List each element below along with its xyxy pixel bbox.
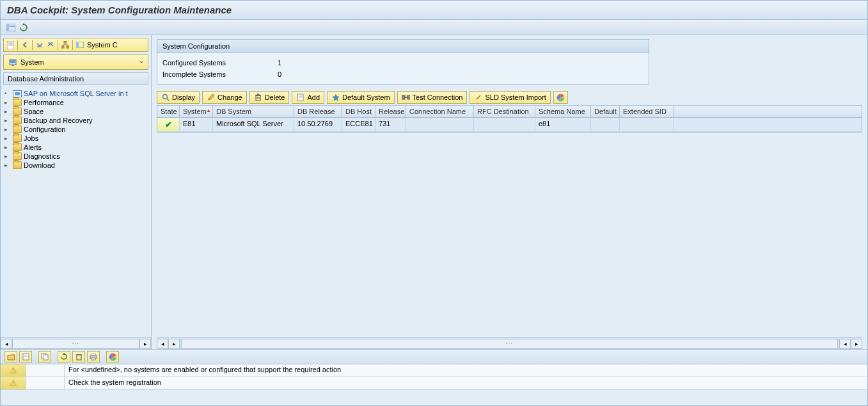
layout-icon[interactable] [6, 22, 16, 33]
col-schema-name[interactable]: Schema Name [535, 106, 591, 117]
layout-small-icon[interactable] [75, 40, 85, 50]
folder-icon [13, 126, 22, 133]
col-db-host[interactable]: DB Host [342, 106, 375, 117]
scroll-left-button[interactable]: ◂ [157, 339, 168, 349]
col-release[interactable]: Release [375, 106, 406, 117]
scroll-left-button[interactable]: ◂ [1, 339, 12, 349]
sidebar: System C System Database Administration … [1, 35, 152, 349]
star-icon [331, 93, 340, 102]
col-db-release[interactable]: DB Release [294, 106, 342, 117]
collapse-up-icon[interactable] [45, 40, 56, 50]
delete-button[interactable]: Delete [249, 91, 290, 104]
tree-item-configuration[interactable]: ▸ Configuration [3, 125, 148, 134]
sidebar-system-dropdown[interactable]: System [3, 54, 148, 70]
config-label: Configured Systems [162, 59, 278, 67]
color-legend-button[interactable] [553, 91, 568, 104]
scroll-left-inner-button[interactable]: ◂ [839, 339, 851, 349]
svg-rect-48 [91, 358, 95, 360]
button-label: Test Connection [413, 93, 463, 101]
col-state[interactable]: State [157, 106, 180, 117]
hierarchy-icon[interactable] [60, 40, 70, 50]
message-grid: ⚠ For <undefined>, no systems are enable… [1, 364, 867, 390]
col-system[interactable]: System▲ [180, 106, 213, 117]
svg-rect-1 [6, 24, 9, 31]
scroll-track[interactable] [12, 339, 139, 349]
button-label: Default System [342, 93, 390, 101]
msg-open-button[interactable] [4, 351, 17, 362]
msg-refresh-button[interactable] [58, 351, 70, 362]
col-rfc-destination[interactable]: RFC Destination [474, 106, 535, 117]
cell-default [591, 118, 620, 131]
config-value: 0 [278, 70, 303, 78]
col-db-system[interactable]: DB System [213, 106, 294, 117]
scroll-track[interactable] [181, 339, 838, 349]
msg-copy-button[interactable] [38, 351, 51, 362]
add-button[interactable]: Add [292, 91, 324, 104]
scroll-right-inner-button[interactable]: ▸ [168, 339, 180, 349]
prev-icon[interactable] [20, 40, 30, 50]
sidebar-tab-label[interactable]: System C [86, 41, 118, 49]
message-area: ⚠ For <undefined>, no systems are enable… [1, 349, 867, 390]
tree-item-download[interactable]: ▸ Download [3, 161, 148, 170]
tree-item-label: Configuration [24, 126, 65, 133]
folder-icon [13, 143, 22, 151]
config-row-configured: Configured Systems 1 [162, 57, 643, 69]
scroll-right-button[interactable]: ▸ [851, 339, 862, 349]
default-system-button[interactable]: Default System [327, 91, 395, 104]
folder-icon [13, 134, 22, 142]
msg-print-button[interactable] [87, 351, 100, 362]
sld-import-button[interactable]: SLD System Import [470, 91, 550, 104]
trash-icon [254, 93, 262, 102]
message-row[interactable]: ⚠ Check the system registration [1, 377, 867, 390]
tree-item-diagnostics[interactable]: ▸ Diagnostics [3, 152, 148, 161]
server-icon [8, 57, 18, 67]
folder-icon [13, 108, 22, 115]
expand-down-icon[interactable] [35, 40, 45, 50]
config-label: Incomplete Systems [162, 70, 278, 78]
svg-point-37 [481, 97, 482, 97]
scroll-right-button[interactable]: ▸ [139, 339, 151, 349]
col-default[interactable]: Default [591, 106, 620, 117]
config-value: 1 [278, 59, 303, 67]
tree-item-label: Jobs [24, 134, 38, 142]
grid-header: State System▲ DB System DB Release DB Ho… [157, 106, 862, 118]
sort-asc-icon: ▲ [206, 108, 211, 113]
magnifier-icon [161, 93, 170, 102]
app-toolbar [1, 20, 867, 35]
tree-item-jobs[interactable]: ▸ Jobs [3, 134, 148, 143]
cell-db-release: 10.50.2769 [294, 118, 342, 131]
expand-arrow-icon: ▸ [4, 108, 11, 115]
message-row[interactable]: ⚠ For <undefined>, no systems are enable… [1, 364, 867, 377]
button-label: Change [217, 93, 242, 101]
refresh-icon[interactable] [19, 22, 29, 33]
col-connection-name[interactable]: Connection Name [406, 106, 474, 117]
button-label: Display [172, 93, 195, 101]
msg-document-button[interactable] [19, 351, 32, 362]
tree-item-space[interactable]: ▸ Space [3, 107, 148, 116]
svg-rect-9 [64, 41, 67, 43]
nav-tree: • SAP on Microsoft SQL Server in t ▸ Per… [1, 88, 151, 337]
document-icon[interactable] [5, 40, 15, 50]
tree-item-label: Space [24, 108, 43, 115]
svg-rect-11 [67, 46, 69, 48]
display-button[interactable]: Display [157, 91, 200, 104]
tree-item-label: SAP on Microsoft SQL Server in t [24, 90, 128, 97]
folder-icon [13, 152, 22, 160]
col-extended-sid[interactable]: Extended SID [620, 106, 674, 117]
message-spacer [26, 364, 65, 377]
grid-row[interactable]: ✔ E81 Microsoft SQL Server 10.50.2769 EC… [157, 118, 862, 132]
tree-item-backup-recovery[interactable]: ▸ Backup and Recovery [3, 116, 148, 125]
tree-item-performance[interactable]: ▸ Performance [3, 98, 148, 107]
svg-rect-32 [407, 95, 410, 99]
cell-state: ✔ [157, 118, 180, 131]
tree-item-label: Download [24, 161, 55, 169]
msg-delete-button[interactable] [72, 351, 85, 362]
tree-item-sap-mssql[interactable]: • SAP on Microsoft SQL Server in t [3, 89, 148, 98]
msg-legend-button[interactable] [106, 351, 119, 362]
change-button[interactable]: Change [202, 91, 247, 104]
test-connection-button[interactable]: Test Connection [397, 91, 468, 104]
config-panel-header: System Configuration [157, 40, 649, 53]
expand-arrow-icon: ▸ [4, 135, 11, 142]
message-text: Check the system registration [65, 377, 867, 389]
tree-item-alerts[interactable]: ▸ Alerts [3, 143, 148, 152]
